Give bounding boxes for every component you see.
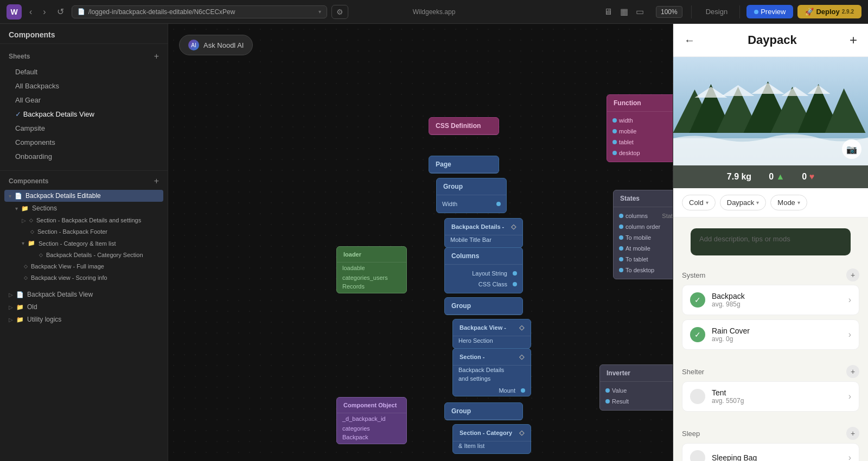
file-icon: 📄 xyxy=(16,291,24,298)
node-component-object[interactable]: Component Object _d_backpack_id categori… xyxy=(336,397,407,444)
check-icon-sleeping-bag xyxy=(690,450,705,461)
components-section: Components + ▾ 📄 Backpack Details Editab… xyxy=(0,173,168,325)
sleep-section: Sleep + Sleeping Bag › xyxy=(673,420,868,461)
ai-icon: AI xyxy=(188,40,199,50)
textarea-bg[interactable]: Add description, tips or mods xyxy=(691,228,851,255)
dd-arrow-mode: ▾ xyxy=(797,200,800,206)
diamond-icon: ◇ xyxy=(39,252,43,258)
preview-panel: ← Daypack + xyxy=(673,24,868,461)
comp-item-old[interactable]: ▷ 📁 Old xyxy=(4,301,163,313)
topbar: W ‹ › ↺ 📄 /logged-in/backpack-details-ed… xyxy=(0,0,868,24)
preview-back-button[interactable]: ← xyxy=(684,34,695,47)
expand-arrow: ▷ xyxy=(9,317,13,323)
sidebar-title: Components xyxy=(9,30,55,39)
node-backpack-details-mobile-title-bar[interactable]: Backpack Details - ◇ Mobile Title Bar xyxy=(444,218,523,248)
sidebar-item-backpack-details-view[interactable]: Backpack Details View xyxy=(7,107,161,121)
hero-background xyxy=(673,57,868,165)
sidebar-header: Components xyxy=(0,24,168,44)
node-group2[interactable]: Group xyxy=(444,297,523,315)
diamond-indicator: ◇ xyxy=(519,429,524,437)
comp-item-utility-logics[interactable]: ▷ 📁 Utility logics xyxy=(4,313,163,325)
canvas[interactable]: AI Ask Noodl AI CSS Definition xyxy=(168,24,673,461)
app-logo: W xyxy=(7,4,22,20)
expand-arrow: ▾ xyxy=(9,193,11,199)
gear-item-backpack[interactable]: ✓ Backpack avg. 985g › xyxy=(682,285,859,315)
url-text: /logged-in/backpack-details-editable/N6c… xyxy=(88,8,315,16)
heart-count: 0 ♥ xyxy=(802,172,814,182)
comp-item-section-backpack-details[interactable]: ▷ ◇ Section - Backpack Details and setti… xyxy=(4,215,163,226)
system-add-button[interactable]: + xyxy=(846,268,859,281)
node-loader[interactable]: loader loadable categories_users Records xyxy=(336,246,407,293)
up-icon: ▲ xyxy=(776,172,785,181)
diamond-indicator: ◇ xyxy=(519,324,524,331)
sidebar-content: Sheets + Default All Backpacks All Gear … xyxy=(0,44,168,461)
url-icon: 📄 xyxy=(78,8,85,15)
deploy-icon: 🚀 xyxy=(805,8,814,16)
gear-item-tent[interactable]: Tent avg. 5507g › xyxy=(682,381,859,412)
sidebar-item-onboarding[interactable]: Onboarding xyxy=(7,150,161,163)
comp-item-sections[interactable]: ▾ 📁 Sections xyxy=(4,202,163,214)
nav-refresh-button[interactable]: ↺ xyxy=(54,4,67,19)
nav-forward-button[interactable]: › xyxy=(40,5,49,19)
mode-daypack-dropdown[interactable]: Daypack ▾ xyxy=(720,195,767,210)
sleep-add-button[interactable]: + xyxy=(846,427,859,440)
comp-item-backpack-details-editable[interactable]: ▾ 📄 Backpack Details Editable xyxy=(4,190,163,202)
expand-arrow: ▾ xyxy=(15,206,18,212)
sidebar-item-campsite[interactable]: Campsite xyxy=(7,121,161,135)
canvas-background xyxy=(168,24,673,461)
comp-item-backpack-view-full-image[interactable]: ◇ Backpack View - Full image xyxy=(4,261,163,272)
gear-avg-rain-cover: avg. 0g xyxy=(712,335,842,343)
node-function[interactable]: Function width mobile tablet desktop xyxy=(607,94,673,162)
design-tab[interactable]: Design xyxy=(700,5,733,18)
camera-button[interactable]: 📷 xyxy=(842,139,861,159)
ask-ai-button[interactable]: AI Ask Noodl AI xyxy=(179,35,253,55)
gear-item-sleeping-bag[interactable]: Sleeping Bag › xyxy=(682,443,859,461)
mode-dropdown[interactable]: Mode ▾ xyxy=(770,195,807,210)
nav-back-button[interactable]: ‹ xyxy=(26,5,35,19)
tablet-view-button[interactable]: ▦ xyxy=(617,4,631,19)
condition-dropdown[interactable]: Cold ▾ xyxy=(682,195,716,210)
sheets-header: Sheets + xyxy=(4,48,163,65)
preview-hero: 📷 xyxy=(673,57,868,165)
comp-item-backpack-details-category-section[interactable]: ◇ Backpack Details - Category Section xyxy=(4,249,163,260)
comp-item-backpack-view-scoring-info[interactable]: ◇ Backpack view - Scoring info xyxy=(4,272,163,283)
add-sheet-button[interactable]: + xyxy=(154,52,159,61)
shelter-label: Shelter + xyxy=(682,358,859,381)
comp-item-section-category-item-list[interactable]: ▾ 📁 Section - Category & Item list xyxy=(4,238,163,249)
settings-button[interactable]: ⚙ xyxy=(331,5,348,19)
comp-item-section-backpack-footer[interactable]: ◇ Section - Backpack Footer xyxy=(4,226,163,237)
gear-name-rain-cover: Rain Cover xyxy=(712,326,842,335)
node-states[interactable]: States columnsState column order To mobi… xyxy=(613,190,673,279)
node-group1[interactable]: Group Width xyxy=(436,178,507,213)
preview-tab[interactable]: Preview xyxy=(746,5,793,18)
node-css-definition[interactable]: CSS Definition xyxy=(429,117,499,135)
sidebar-item-components[interactable]: Components xyxy=(7,136,161,149)
gear-item-rain-cover[interactable]: ✓ Rain Cover avg. 0g › xyxy=(682,319,859,350)
shelter-add-button[interactable]: + xyxy=(846,365,859,378)
node-section-category-item-list[interactable]: Section - Category ◇ & Item list xyxy=(452,424,531,454)
file-icon: 📄 xyxy=(15,193,22,200)
sidebar-item-all-backpacks[interactable]: All Backpacks xyxy=(7,79,161,93)
zoom-button[interactable]: 100% xyxy=(656,6,682,18)
desktop-view-button[interactable]: 🖥 xyxy=(601,4,616,19)
components-header[interactable]: Components + xyxy=(4,173,163,189)
url-bar[interactable]: 📄 /logged-in/backpack-details-editable/N… xyxy=(72,5,327,18)
node-section-backpack-details[interactable]: Section - ◇ Backpack Details and setting… xyxy=(452,348,531,396)
deploy-button[interactable]: 🚀 Deploy 2.9.2 xyxy=(797,5,861,18)
preview-header: ← Daypack + xyxy=(673,24,868,57)
node-page[interactable]: Page xyxy=(429,156,499,174)
sidebar-item-default[interactable]: Default xyxy=(7,65,161,79)
comp-item-backpack-details-view2[interactable]: ▷ 📄 Backpack Details View xyxy=(4,289,163,300)
node-inverter[interactable]: Inverter Value Result xyxy=(599,364,673,411)
node-backpack-view-hero-section[interactable]: Backpack View - ◇ Hero Section xyxy=(452,319,531,349)
preview-add-button[interactable]: + xyxy=(850,33,857,48)
sidebar-item-all-gear[interactable]: All Gear xyxy=(7,93,161,107)
gear-name-sleeping-bag: Sleeping Bag xyxy=(712,453,842,461)
add-component-button[interactable]: + xyxy=(154,176,159,186)
node-columns[interactable]: Columns Layout String CSS Class xyxy=(444,247,523,293)
mobile-view-button[interactable]: ▭ xyxy=(633,4,647,19)
node-group3[interactable]: Group xyxy=(444,402,523,420)
textarea-placeholder: Add description, tips or mods xyxy=(699,235,790,243)
diamond-icon: ◇ xyxy=(29,217,33,223)
folder-icon: 📁 xyxy=(28,240,35,247)
